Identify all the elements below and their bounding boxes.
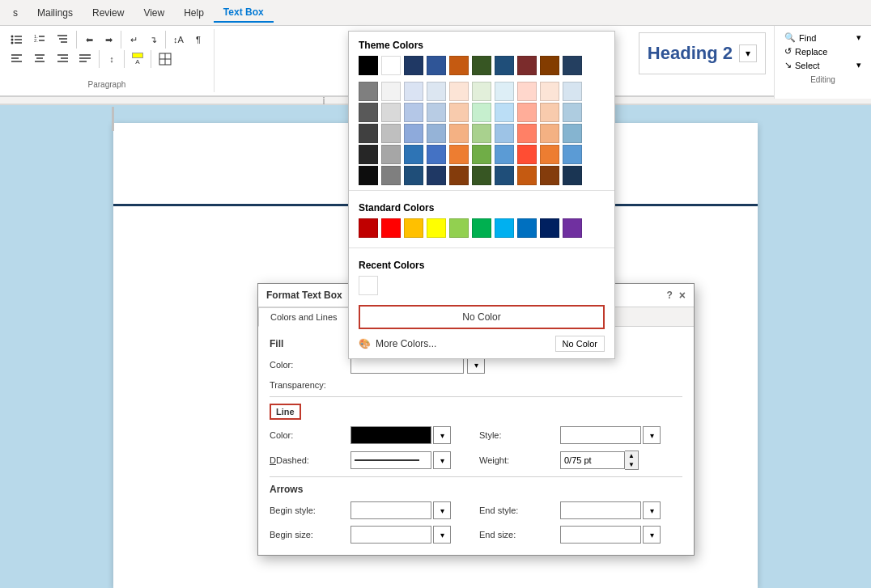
shading-btn[interactable]: A	[128, 50, 147, 68]
end-size-dropdown[interactable]: ▾	[643, 526, 661, 544]
tint-swatch[interactable]	[472, 124, 491, 143]
theme-color-swatch[interactable]	[427, 56, 446, 75]
tint-swatch[interactable]	[472, 166, 491, 185]
tint-swatch[interactable]	[517, 166, 537, 185]
ltr-btn[interactable]: ↵	[125, 31, 142, 49]
line-style-dropdown[interactable]: ▾	[643, 426, 661, 444]
tint-swatch[interactable]	[472, 103, 491, 122]
increase-indent-btn[interactable]: ➡	[100, 31, 117, 49]
standard-color-swatch[interactable]	[472, 218, 491, 238]
theme-color-swatch[interactable]	[404, 56, 423, 75]
tint-swatch[interactable]	[449, 124, 469, 143]
tint-swatch[interactable]	[381, 103, 401, 122]
align-center-btn[interactable]	[29, 50, 50, 68]
tint-swatch[interactable]	[449, 166, 469, 185]
tint-swatch[interactable]	[517, 103, 537, 122]
tint-swatch[interactable]	[495, 82, 514, 101]
tint-swatch[interactable]	[427, 166, 446, 185]
no-color-btn[interactable]: No Color	[359, 305, 605, 329]
tint-swatch[interactable]	[540, 166, 559, 185]
find-btn[interactable]: 🔍 Find ▾	[781, 31, 865, 44]
multilevel-list-btn[interactable]	[52, 31, 73, 49]
tint-swatch[interactable]	[517, 145, 537, 164]
tint-swatch[interactable]	[449, 103, 469, 122]
theme-color-swatch[interactable]	[540, 56, 559, 75]
align-right-btn[interactable]	[52, 50, 73, 68]
tint-swatch[interactable]	[404, 166, 423, 185]
tint-swatch[interactable]	[563, 124, 582, 143]
decrease-indent-btn[interactable]: ⬅	[80, 31, 98, 49]
theme-color-swatch[interactable]	[381, 56, 401, 75]
theme-color-swatch[interactable]	[563, 56, 582, 75]
tab-help[interactable]: Help	[174, 4, 214, 22]
heading2-dropdown-btn[interactable]: ▾	[739, 44, 757, 62]
tint-swatch[interactable]	[359, 103, 378, 122]
sort-btn[interactable]: ↕A	[169, 31, 188, 49]
tint-swatch[interactable]	[495, 124, 514, 143]
tint-swatch[interactable]	[381, 82, 401, 101]
tab-text-box[interactable]: Text Box	[214, 3, 274, 23]
select-btn[interactable]: ↘ Select ▾	[781, 58, 865, 72]
dashed-dropdown[interactable]: ▾	[433, 451, 451, 469]
theme-color-swatch[interactable]	[495, 56, 514, 75]
tint-swatch[interactable]	[540, 124, 559, 143]
tint-swatch[interactable]	[540, 145, 559, 164]
tint-swatch[interactable]	[359, 166, 378, 185]
line-color-dropdown[interactable]: ▾	[433, 426, 451, 444]
tint-swatch[interactable]	[359, 124, 378, 143]
tint-swatch[interactable]	[404, 124, 423, 143]
tint-swatch[interactable]	[381, 124, 401, 143]
tint-swatch[interactable]	[563, 82, 582, 101]
tint-swatch[interactable]	[359, 82, 378, 101]
tint-swatch[interactable]	[449, 145, 469, 164]
standard-color-swatch[interactable]	[359, 218, 378, 238]
standard-color-swatch[interactable]	[427, 218, 446, 238]
tint-swatch[interactable]	[517, 82, 537, 101]
tint-swatch[interactable]	[563, 166, 582, 185]
dialog-tab-colors-lines[interactable]: Colors and Lines	[258, 307, 350, 327]
tint-swatch[interactable]	[472, 145, 491, 164]
tint-swatch[interactable]	[381, 166, 401, 185]
tint-swatch[interactable]	[495, 103, 514, 122]
theme-color-swatch[interactable]	[472, 56, 491, 75]
paragraph-mark-btn[interactable]: ¶	[189, 31, 207, 49]
begin-style-dropdown[interactable]: ▾	[433, 501, 451, 519]
tint-swatch[interactable]	[540, 103, 559, 122]
begin-size-dropdown[interactable]: ▾	[433, 526, 451, 544]
standard-color-swatch[interactable]	[495, 218, 514, 238]
dialog-close-btn[interactable]: ×	[679, 289, 686, 302]
tint-swatch[interactable]	[427, 124, 446, 143]
tint-swatch[interactable]	[404, 145, 423, 164]
rtl-btn[interactable]: ↴	[144, 31, 162, 49]
end-style-dropdown[interactable]: ▾	[643, 501, 661, 519]
tint-swatch[interactable]	[472, 82, 491, 101]
tint-swatch[interactable]	[427, 145, 446, 164]
weight-input[interactable]	[560, 451, 625, 469]
standard-color-swatch[interactable]	[404, 218, 423, 238]
tint-swatch[interactable]	[495, 166, 514, 185]
tint-swatch[interactable]	[495, 145, 514, 164]
tint-swatch[interactable]	[427, 103, 446, 122]
standard-color-swatch[interactable]	[517, 218, 537, 238]
weight-up-btn[interactable]: ▲	[625, 451, 638, 460]
list-bullet-btn[interactable]	[6, 31, 28, 49]
tint-swatch[interactable]	[404, 82, 423, 101]
borders-btn[interactable]	[155, 50, 176, 68]
dialog-help-btn[interactable]: ?	[666, 290, 672, 301]
no-color-small-btn[interactable]: No Color	[555, 336, 605, 352]
tint-swatch[interactable]	[517, 124, 537, 143]
tint-swatch[interactable]	[404, 103, 423, 122]
line-spacing-btn[interactable]: ↕	[103, 50, 121, 68]
justify-btn[interactable]	[74, 50, 96, 68]
tint-swatch[interactable]	[381, 145, 401, 164]
replace-btn[interactable]: ↺ Replace	[781, 44, 865, 58]
standard-color-swatch[interactable]	[449, 218, 469, 238]
weight-down-btn[interactable]: ▼	[625, 460, 638, 469]
recent-color-swatch[interactable]	[359, 276, 378, 295]
standard-color-swatch[interactable]	[563, 218, 582, 238]
theme-color-swatch[interactable]	[449, 56, 469, 75]
standard-color-swatch[interactable]	[540, 218, 559, 238]
align-left-btn[interactable]	[6, 50, 28, 68]
standard-color-swatch[interactable]	[381, 218, 401, 238]
more-colors-btn[interactable]: 🎨 More Colors...	[359, 338, 436, 349]
